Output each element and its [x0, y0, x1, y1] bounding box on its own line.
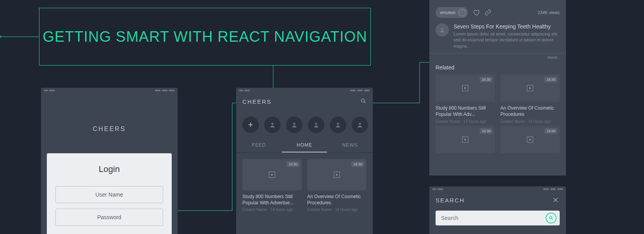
avatar[interactable] [286, 117, 302, 133]
phone-home: CHEERS + FEED HOME NEWS 16:30 Study 800 … [236, 88, 373, 234]
tab-bar: FEED HOME NEWS [236, 138, 373, 153]
video-thumb: 16:30 [242, 159, 302, 190]
username-field[interactable]: User Name [55, 186, 163, 203]
app-bar: SEARCH ✕ [429, 192, 566, 208]
author-avatar[interactable] [436, 23, 449, 37]
duration-badge: 16:30 [544, 77, 557, 82]
avatar[interactable] [352, 117, 368, 133]
svg-line-15 [552, 219, 553, 220]
video-card[interactable]: 16:30 Study 800 Numbers Still Popular Wi… [436, 74, 495, 123]
status-bar [429, 186, 566, 192]
avatar-strip: + [236, 110, 373, 138]
detail-blurb: Lorem ipsum dolor sit amet, consectetur … [454, 31, 560, 49]
video-card[interactable]: 16:30 [500, 126, 560, 153]
search-input[interactable]: Search [436, 211, 560, 225]
view-count: 234K views [538, 10, 560, 15]
face-icon [458, 8, 466, 17]
play-icon [462, 85, 468, 91]
tab-news[interactable]: NEWS [327, 138, 373, 152]
video-card[interactable]: 16:30 An Overview Of Cosmetic Procedures… [500, 74, 560, 123]
link-icon[interactable] [484, 9, 491, 16]
play-icon [527, 136, 533, 143]
login-heading: Login [55, 164, 163, 174]
search-title: SEARCH [436, 197, 465, 204]
emotion-pill[interactable]: emotion [436, 7, 468, 18]
svg-point-8 [337, 123, 339, 125]
duration-badge: 16:30 [480, 77, 493, 82]
svg-point-3 [361, 99, 365, 102]
app-bar: CHEERS [236, 93, 373, 110]
play-icon [334, 172, 340, 178]
video-meta: Creator Name · 14 hours ago [500, 119, 560, 124]
search-placeholder: Search [441, 215, 458, 221]
card-row: 16:30 Study 800 Numbers Still Popular Wi… [236, 153, 373, 218]
password-field[interactable]: Password [55, 209, 163, 226]
svg-point-9 [359, 123, 361, 125]
avatar[interactable] [264, 117, 281, 133]
svg-point-11 [461, 12, 462, 12]
phone-detail: emotion 234K views Seven Steps For Keepi… [429, 0, 566, 176]
related-heading: Related [429, 63, 566, 74]
meta-row: emotion 234K views [429, 3, 566, 22]
brand-label: CHEERS [242, 98, 272, 105]
video-meta: Creator Name · 14 hours ago [436, 119, 495, 124]
svg-point-6 [293, 123, 295, 125]
page-title: GETTING SMART WITH REACT NAVIGATION [43, 28, 367, 45]
video-title: An Overview Of Cosmetic Procedures [500, 105, 560, 117]
emotion-label: emotion [440, 10, 455, 15]
video-title: An Overview Of Cosmetic Procedures [307, 193, 366, 206]
duration-badge: 16:30 [480, 128, 493, 134]
tab-feed[interactable]: FEED [236, 138, 282, 152]
duration-badge: 16:30 [544, 128, 557, 134]
detail-body: Seven Steps For Keeping Teeth Healthy Lo… [429, 22, 566, 53]
svg-point-12 [463, 12, 463, 12]
video-thumb: 16:30 [307, 159, 366, 190]
svg-point-14 [550, 216, 552, 219]
avatar[interactable] [308, 117, 324, 133]
play-icon [462, 136, 468, 143]
more-link[interactable]: more.. [429, 53, 566, 63]
status-bar [41, 88, 178, 93]
svg-point-5 [271, 123, 273, 125]
video-title: Study 800 Numbers Still Popular With Adv… [242, 193, 302, 206]
play-icon [269, 172, 275, 178]
status-bar [236, 88, 373, 93]
play-icon [527, 85, 533, 91]
brand-label: CHEERS [41, 126, 178, 133]
phone-login: CHEERS Login User Name Password [41, 88, 178, 234]
svg-point-10 [460, 11, 464, 14]
search-icon[interactable] [360, 98, 366, 105]
duration-badge: 16:30 [286, 161, 299, 167]
add-story-button[interactable]: + [242, 117, 259, 133]
svg-line-4 [364, 102, 365, 103]
video-title: Study 800 Numbers Still Popular With Adv… [436, 105, 495, 117]
svg-point-7 [315, 123, 317, 125]
phone-search: SEARCH ✕ Search [429, 186, 566, 234]
video-card[interactable]: 16:30 An Overview Of Cosmetic Procedures… [307, 159, 366, 212]
avatar[interactable] [330, 117, 346, 133]
login-card: Login User Name Password [47, 153, 172, 234]
video-card[interactable]: 16:30 Study 800 Numbers Still Popular Wi… [242, 159, 302, 212]
duration-badge: 16:30 [351, 161, 364, 167]
page-title-box: GETTING SMART WITH REACT NAVIGATION [39, 8, 371, 66]
video-meta: Creator Name · 14 hours ago [242, 207, 302, 212]
video-card[interactable]: 16:30 [436, 126, 495, 153]
close-icon[interactable]: ✕ [552, 195, 560, 205]
svg-point-13 [441, 28, 443, 30]
tab-home[interactable]: HOME [282, 138, 327, 152]
search-button[interactable] [546, 213, 557, 223]
video-meta: Creator Name · 14 hours ago [307, 207, 366, 212]
heart-icon[interactable] [473, 9, 480, 16]
svg-point-0 [0, 35, 1, 38]
detail-headline: Seven Steps For Keeping Teeth Healthy [454, 23, 560, 30]
